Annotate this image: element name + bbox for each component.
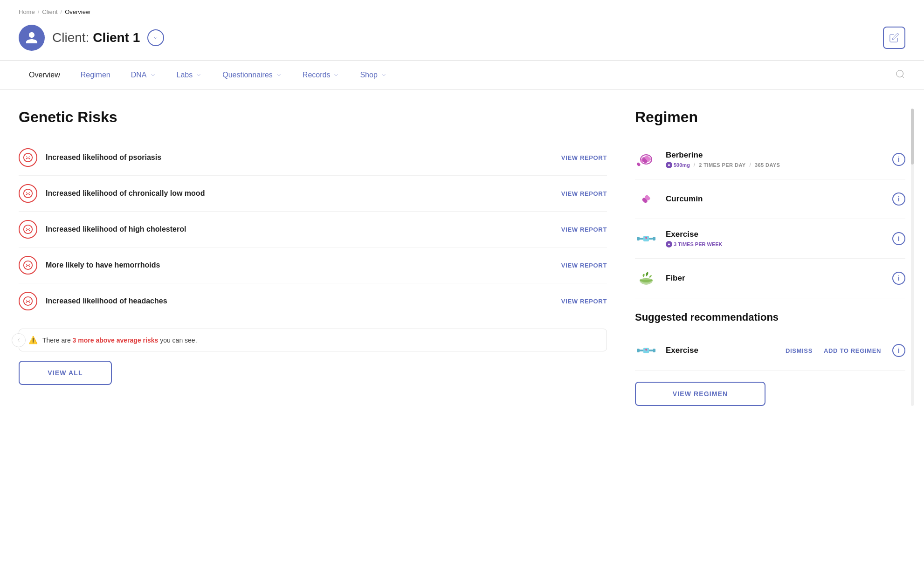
- risk-item: Increased likelihood of headaches VIEW R…: [19, 283, 607, 319]
- view-report-button[interactable]: VIEW REPORT: [561, 226, 607, 233]
- svg-rect-34: [649, 350, 653, 351]
- nav-item-dna[interactable]: DNA: [121, 62, 166, 88]
- regimen-meta: ● 500mg / 2 TIMES PER DAY / 365 DAYS: [666, 162, 780, 168]
- regimen-title: Regimen: [635, 109, 905, 126]
- chevron-down-icon: [333, 72, 339, 78]
- client-name: Client 1: [93, 30, 140, 45]
- breadcrumb: Home / Client / Overview: [0, 0, 924, 20]
- info-button[interactable]: i: [892, 192, 905, 206]
- svg-point-13: [29, 264, 30, 265]
- svg-rect-19: [636, 162, 641, 167]
- suggested-item-name: Exercise: [666, 346, 698, 355]
- more-risks-alert: ⚠️ There are 3 more above average risks …: [19, 329, 607, 351]
- main-content: Genetic Risks Increased likelihood of ps…: [0, 90, 924, 425]
- view-report-button[interactable]: VIEW REPORT: [561, 154, 607, 161]
- add-to-regimen-button[interactable]: ADD TO REGIMEN: [824, 347, 881, 354]
- info-button[interactable]: i: [892, 153, 905, 166]
- risk-list: Increased likelihood of psoriasis VIEW R…: [19, 140, 607, 319]
- svg-point-16: [29, 300, 30, 301]
- info-button[interactable]: i: [892, 344, 905, 357]
- edit-icon: [889, 33, 899, 43]
- scrollbar-thumb[interactable]: [911, 109, 914, 165]
- search-icon: [895, 69, 905, 79]
- view-report-button[interactable]: VIEW REPORT: [561, 190, 607, 197]
- scrollbar-track[interactable]: [911, 109, 914, 406]
- genetic-risks-section: Genetic Risks Increased likelihood of ps…: [19, 109, 607, 406]
- svg-point-0: [896, 70, 903, 77]
- risk-icon: [19, 292, 37, 310]
- search-button[interactable]: [895, 61, 905, 89]
- regimen-wrapper: Regimen: [635, 109, 905, 406]
- nav-item-labs[interactable]: Labs: [166, 62, 213, 88]
- exercise-icon: [635, 227, 657, 250]
- breadcrumb-sep2: /: [61, 8, 62, 15]
- regimen-item: Exercise ● 3 TIMES PER WEEK i: [635, 219, 905, 259]
- svg-point-3: [26, 156, 27, 157]
- regimen-list: Berberine ● 500mg / 2 TIMES PER DAY / 36…: [635, 140, 905, 298]
- nav-item-questionnaires[interactable]: Questionnaires: [212, 62, 292, 88]
- risk-label: Increased likelihood of chronically low …: [46, 189, 205, 198]
- nav-item-records[interactable]: Records: [292, 62, 350, 88]
- dismiss-button[interactable]: DISMISS: [786, 347, 813, 354]
- breadcrumb-home[interactable]: Home: [19, 8, 35, 15]
- chevron-down-icon: [150, 72, 156, 78]
- regimen-name: Berberine: [666, 151, 780, 160]
- chevron-left-icon: [15, 337, 22, 343]
- suggested-title: Suggested recommendations: [635, 311, 905, 323]
- client-dropdown-button[interactable]: [147, 29, 164, 46]
- svg-point-7: [29, 192, 30, 193]
- svg-point-15: [26, 300, 27, 301]
- svg-point-12: [26, 264, 27, 265]
- svg-line-1: [902, 76, 904, 78]
- risk-item: More likely to have hemorrhoids VIEW REP…: [19, 247, 607, 283]
- header: Client: Client 1: [0, 20, 924, 60]
- nav-item-overview[interactable]: Overview: [19, 62, 70, 88]
- view-all-button[interactable]: VIEW ALL: [19, 361, 112, 385]
- alert-prev-button[interactable]: [12, 333, 26, 347]
- svg-rect-32: [653, 349, 655, 352]
- regimen-meta: ● 3 TIMES PER WEEK: [666, 241, 723, 247]
- genetic-risks-title: Genetic Risks: [19, 109, 607, 126]
- more-risks-link[interactable]: 3 more above average risks: [73, 337, 159, 344]
- risk-item: Increased likelihood of high cholesterol…: [19, 212, 607, 247]
- risk-icon: [19, 256, 37, 275]
- svg-rect-33: [640, 350, 643, 351]
- header-left: Client: Client 1: [19, 25, 164, 51]
- sad-face-icon: [23, 296, 33, 306]
- sad-face-icon: [23, 224, 33, 234]
- risk-label: Increased likelihood of high cholesterol: [46, 225, 186, 234]
- nav-item-regimen[interactable]: Regimen: [70, 62, 121, 88]
- regimen-name: Curcumin: [666, 194, 703, 204]
- sad-face-icon: [23, 260, 33, 270]
- edit-button[interactable]: [883, 27, 905, 49]
- chevron-down-icon: [380, 72, 387, 78]
- risk-icon: [19, 184, 37, 203]
- info-button[interactable]: i: [892, 232, 905, 245]
- sad-face-icon: [23, 152, 33, 163]
- chevron-down-icon: [195, 72, 202, 78]
- svg-point-6: [26, 192, 27, 193]
- view-report-button[interactable]: VIEW REPORT: [561, 298, 607, 305]
- chevron-down-icon: [152, 34, 159, 41]
- regimen-details: Curcumin: [666, 194, 703, 204]
- regimen-details: Fiber: [666, 274, 685, 283]
- regimen-details: Exercise ● 3 TIMES PER WEEK: [666, 230, 723, 247]
- alert-icon: ⚠️: [28, 336, 38, 344]
- svg-rect-25: [637, 237, 640, 240]
- nav-item-shop[interactable]: Shop: [350, 62, 397, 88]
- regimen-item: Curcumin i: [635, 179, 905, 219]
- navigation: Overview Regimen DNA Labs Questionnaires…: [0, 60, 924, 90]
- risk-label: Increased likelihood of headaches: [46, 297, 167, 305]
- exercise-suggested-icon: [635, 339, 657, 362]
- info-button[interactable]: i: [892, 272, 905, 285]
- frequency-text: 2 TIMES PER DAY: [699, 162, 745, 168]
- regimen-section: Regimen: [635, 109, 905, 406]
- regimen-item: Fiber i: [635, 259, 905, 298]
- alert-text: There are 3 more above average risks you…: [42, 337, 197, 344]
- breadcrumb-client[interactable]: Client: [42, 8, 57, 15]
- svg-rect-26: [653, 237, 655, 240]
- view-regimen-button[interactable]: VIEW REGIMEN: [635, 382, 765, 406]
- risk-item: Increased likelihood of psoriasis VIEW R…: [19, 140, 607, 176]
- svg-rect-28: [649, 238, 653, 240]
- view-report-button[interactable]: VIEW REPORT: [561, 262, 607, 269]
